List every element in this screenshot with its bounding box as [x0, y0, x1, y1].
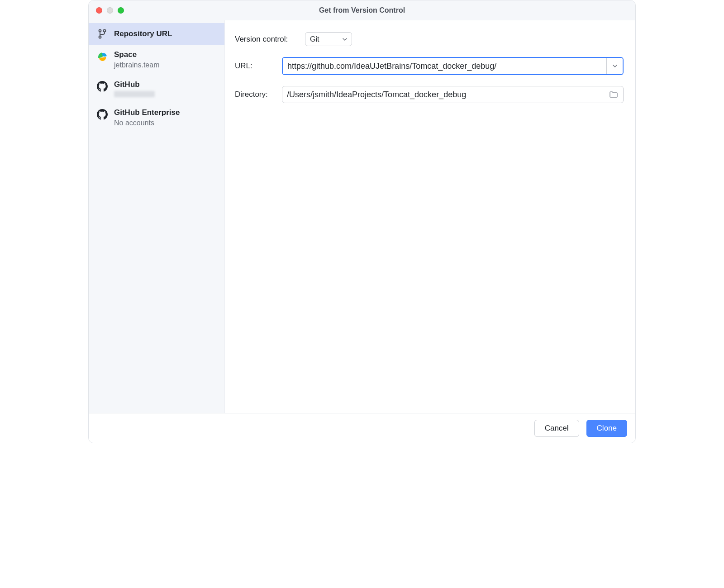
version-control-label: Version control:	[235, 35, 305, 44]
close-window-button[interactable]	[96, 7, 102, 14]
folder-icon	[609, 91, 618, 98]
dialog-footer: Cancel Clone	[89, 413, 635, 443]
url-input[interactable]	[283, 58, 606, 74]
main-panel: Version control: Git URL:	[224, 20, 635, 413]
directory-input[interactable]	[282, 90, 607, 100]
sidebar-item-sublabel: jetbrains.team	[114, 61, 160, 69]
minimize-window-button[interactable]	[107, 7, 113, 14]
svg-point-0	[99, 30, 101, 32]
chevron-down-icon	[612, 63, 618, 69]
window-controls	[89, 7, 124, 14]
sidebar-item-repository-url[interactable]: Repository URL	[89, 23, 224, 45]
sidebar-item-space[interactable]: Space jetbrains.team	[89, 45, 224, 75]
dialog-body: Repository URL Space jetbrains.team	[89, 20, 635, 413]
url-history-dropdown-button[interactable]	[606, 58, 623, 74]
sidebar-item-sublabel: No accounts	[114, 119, 180, 127]
browse-directory-button[interactable]	[607, 89, 620, 100]
sidebar-item-github-enterprise[interactable]: GitHub Enterprise No accounts	[89, 103, 224, 133]
url-input-group	[282, 57, 624, 75]
source-sidebar: Repository URL Space jetbrains.team	[89, 20, 224, 413]
sidebar-item-label: GitHub	[114, 80, 155, 89]
cancel-button[interactable]: Cancel	[534, 420, 579, 437]
space-logo-icon	[97, 51, 108, 62]
github-icon	[97, 109, 108, 120]
clone-button[interactable]: Clone	[586, 420, 627, 437]
sidebar-item-sublabel-redacted	[114, 91, 155, 97]
version-control-row: Version control: Git	[235, 32, 624, 46]
sidebar-item-label: GitHub Enterprise	[114, 108, 180, 117]
url-label: URL:	[235, 62, 282, 71]
url-row: URL:	[235, 57, 624, 75]
version-control-select[interactable]: Git	[305, 32, 352, 46]
svg-point-2	[99, 36, 101, 38]
branch-icon	[97, 28, 108, 39]
sidebar-item-github[interactable]: GitHub	[89, 75, 224, 103]
dialog-window: Get from Version Control Repository URL	[88, 0, 636, 443]
sidebar-item-label: Repository URL	[114, 29, 172, 38]
directory-input-group	[282, 86, 624, 103]
zoom-window-button[interactable]	[118, 7, 124, 14]
github-icon	[97, 81, 108, 92]
directory-label: Directory:	[235, 90, 282, 99]
sidebar-item-label: Space	[114, 50, 160, 59]
titlebar: Get from Version Control	[89, 0, 635, 20]
directory-row: Directory:	[235, 86, 624, 103]
svg-point-1	[104, 30, 106, 32]
dialog-title: Get from Version Control	[89, 6, 635, 14]
